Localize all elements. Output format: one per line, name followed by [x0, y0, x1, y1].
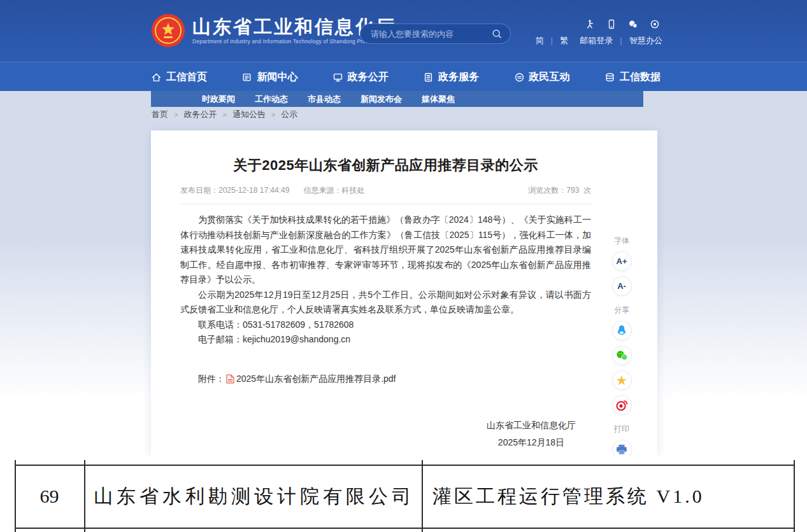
database-icon — [604, 72, 615, 83]
nav-item-home[interactable]: 工信首页 — [151, 71, 207, 84]
wechat-share-icon[interactable] — [628, 19, 638, 29]
signature-date: 2025年12月18日 — [487, 434, 576, 451]
monitor-icon — [332, 72, 343, 83]
article-card: 关于2025年山东省创新产品应用推荐目录的公示 发布日期：2025-12-18 … — [151, 130, 657, 456]
info-source: 信息来源：科技处 — [303, 185, 364, 196]
search-bar[interactable] — [360, 24, 511, 44]
breadcrumb-separator: > — [271, 111, 275, 118]
table-cell-company: 山东省水利勘测设计院有限公司 — [94, 465, 422, 528]
nav-label: 工信首页 — [166, 71, 207, 84]
mobile-icon[interactable] — [606, 19, 617, 29]
table-border — [794, 460, 795, 532]
nav-item-gov-services[interactable]: 政务服务 — [423, 71, 479, 84]
table-border — [84, 460, 85, 532]
signature-block: 山东省工业和信息化厅 2025年12月18日 — [180, 417, 591, 451]
site-logo[interactable]: 山东省工业和信息化厅 Department of Industry and In… — [151, 13, 396, 48]
divider: ｜ — [548, 36, 555, 45]
news-icon — [241, 72, 252, 83]
breadcrumb-home[interactable]: 首页 — [152, 109, 168, 120]
article-body: 为贯彻落实《关于加快科技成果转化的若干措施》（鲁政办字〔2024〕148号）、《… — [180, 213, 591, 347]
print-label: 打印 — [606, 424, 638, 435]
subnav-item-press[interactable]: 新闻发布会 — [361, 94, 402, 105]
main-navbar: 工信首页 新闻中心 政务公开 政务服务 — [0, 62, 807, 91]
contact-email: 电子邮箱：kejichu2019@shandong.cn — [180, 332, 591, 347]
subnav-item-work[interactable]: 工作动态 — [255, 94, 288, 105]
header-utilities: 简｜繁邮箱登录｜智慧办公 — [535, 19, 662, 46]
national-emblem-icon — [151, 13, 185, 48]
nav-label: 工信数据 — [620, 71, 661, 84]
favorite-star-icon: ★ — [616, 374, 628, 387]
share-qq-button[interactable] — [612, 321, 632, 340]
breadcrumb-current[interactable]: 公示 — [281, 109, 297, 120]
subnav-item-politics[interactable]: 时政要闻 — [202, 94, 235, 105]
paragraph: 为贯彻落实《关于加快科技成果转化的若干措施》（鲁政办字〔2024〕148号）、《… — [180, 213, 591, 288]
subnav-item-media[interactable]: 媒体聚焦 — [422, 94, 455, 105]
nav-label: 政民互动 — [529, 71, 570, 84]
divider: ｜ — [617, 36, 625, 45]
font-decrease-glyph: A- — [617, 281, 626, 291]
nav-label: 政务公开 — [348, 71, 389, 84]
nav-item-gov-disclosure[interactable]: 政务公开 — [332, 71, 389, 84]
mail-login-link[interactable]: 邮箱登录 — [580, 36, 613, 45]
site-header: 山东省工业和信息化厅 Department of Industry and In… — [0, 0, 807, 62]
nav-item-industry-data[interactable]: 工信数据 — [604, 71, 661, 84]
font-size-label: 字体 — [606, 235, 638, 246]
search-input[interactable] — [371, 29, 492, 39]
article-meta: 发布日期：2025-12-18 17:44:49 信息来源：科技处 浏览次数：7… — [180, 185, 591, 204]
attachment-link[interactable]: 2025年山东省创新产品应用推荐目录.pdf — [236, 374, 396, 385]
table-cell-product: 灌区工程运行管理系统 V1.0 — [432, 465, 789, 528]
article-toolbar: 字体 A+ A- 分享 ★ 打印 — [606, 235, 638, 459]
contact-phone: 联系电话：0531-51782609，51782608 — [180, 318, 591, 333]
table-border — [422, 460, 423, 532]
breadcrumb: 首页 > 政务公开 > 通知公告 > 公示 — [152, 109, 297, 120]
search-icon[interactable] — [492, 29, 503, 39]
view-count: 浏览次数：793 次 — [528, 185, 591, 196]
breadcrumb-notices[interactable]: 通知公告 — [232, 109, 266, 120]
news-subnav: 时政要闻 工作动态 市县动态 新闻发布会 媒体聚焦 — [151, 91, 643, 107]
share-favorite-button[interactable]: ★ — [612, 370, 632, 390]
font-decrease-button[interactable]: A- — [612, 276, 632, 296]
attachment-label: 附件： — [198, 374, 225, 385]
signature-org: 山东省工业和信息化厅 — [487, 417, 576, 434]
pdf-file-icon — [226, 374, 234, 384]
printer-icon — [615, 443, 629, 457]
share-weibo-button[interactable] — [612, 395, 632, 415]
attachment-row: 附件： 2025年山东省创新产品应用推荐目录.pdf — [180, 374, 591, 385]
nav-item-public-interaction[interactable]: 政民互动 — [514, 71, 570, 84]
breadcrumb-separator: > — [174, 111, 178, 118]
publish-date: 发布日期：2025-12-18 17:44:49 — [180, 185, 289, 196]
weibo-icon — [615, 398, 629, 412]
table-cell-row-number: 69 — [15, 465, 84, 528]
share-wechat-button[interactable] — [612, 346, 632, 365]
font-increase-button[interactable]: A+ — [612, 251, 632, 271]
nav-label: 新闻中心 — [257, 71, 297, 84]
paragraph: 公示期为2025年12月19日至12月25日，共5个工作日。公示期间如对公示对象… — [180, 288, 591, 318]
wechat-icon — [615, 349, 629, 363]
weibo-share-icon[interactable] — [650, 19, 660, 29]
table-border — [15, 528, 795, 529]
pdf-preview-table: 69 山东省水利勘测设计院有限公司 灌区工程运行管理系统 V1.0 — [0, 456, 807, 532]
font-increase-glyph: A+ — [617, 256, 627, 266]
breadcrumb-separator: > — [222, 111, 226, 118]
nav-item-news[interactable]: 新闻中心 — [241, 71, 297, 84]
share-label: 分享 — [606, 305, 638, 316]
nav-label: 政务服务 — [438, 71, 479, 84]
subnav-item-city[interactable]: 市县动态 — [308, 94, 341, 105]
accessibility-icon[interactable] — [585, 19, 595, 29]
qq-icon — [615, 324, 629, 338]
lang-traditional[interactable]: 繁 — [560, 36, 568, 45]
chat-icon — [514, 72, 525, 83]
page-title: 关于2025年山东省创新产品应用推荐目录的公示 — [180, 156, 591, 175]
home-icon — [151, 72, 162, 83]
breadcrumb-gov-disclosure[interactable]: 政务公开 — [183, 109, 217, 120]
lang-simplified[interactable]: 简 — [535, 36, 543, 45]
smart-office-link[interactable]: 智慧办公 — [629, 36, 662, 45]
document-icon — [423, 72, 434, 83]
